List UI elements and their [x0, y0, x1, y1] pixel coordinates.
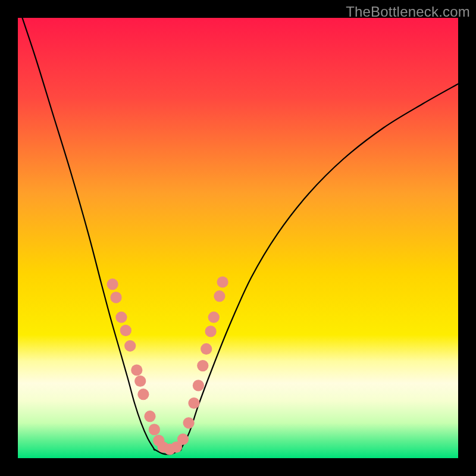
highlight-dot — [183, 417, 195, 428]
highlight-dot — [205, 325, 217, 337]
highlight-dot — [137, 389, 149, 400]
highlight-dot — [193, 380, 204, 391]
plot-area — [18, 18, 458, 458]
highlight-dot — [107, 278, 118, 290]
highlight-dot — [131, 364, 142, 375]
highlight-dot — [188, 397, 199, 409]
chart-frame: TheBottleneck.com — [0, 0, 476, 476]
highlight-dot — [149, 424, 160, 435]
curve-layer — [18, 18, 458, 458]
highlight-dot — [115, 312, 127, 323]
bottleneck-curve — [18, 18, 458, 455]
highlight-dot — [120, 325, 131, 336]
highlight-dot — [177, 434, 189, 445]
highlight-dot — [134, 375, 146, 387]
highlight-dot — [197, 360, 208, 371]
highlight-dot — [214, 290, 225, 302]
highlight-dot — [208, 312, 220, 323]
highlight-dot — [201, 343, 212, 355]
watermark-text: TheBottleneck.com — [346, 4, 470, 20]
highlight-dot — [217, 276, 228, 287]
highlight-dot — [144, 411, 155, 422]
highlight-dots-group — [107, 276, 228, 455]
highlight-dot — [110, 292, 121, 303]
highlight-dot — [124, 340, 136, 352]
